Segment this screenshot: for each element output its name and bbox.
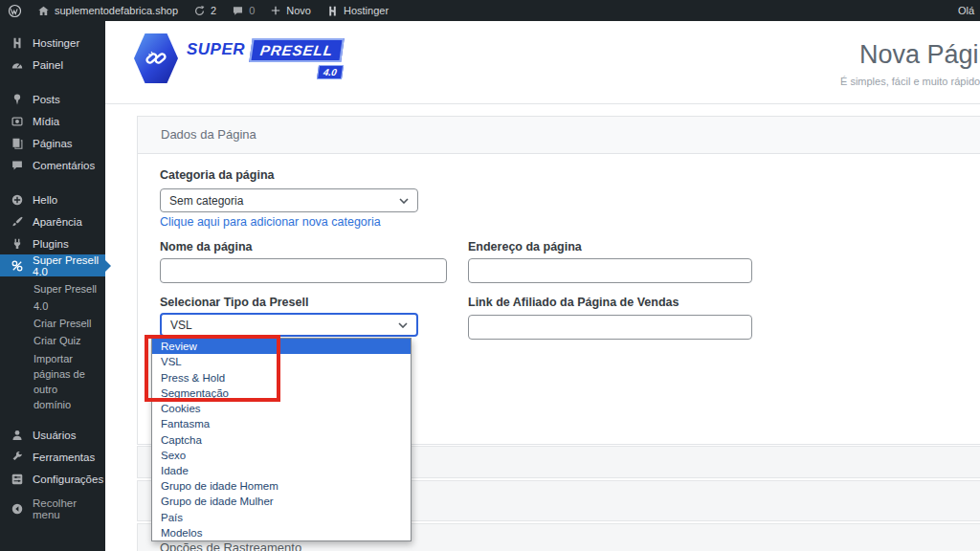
dropdown-option-grupo-homem[interactable]: Grupo de idade Homem [152, 478, 411, 494]
page-subtitle: É simples, fácil e muito rápido de criar [840, 76, 980, 87]
category-label: Categoria da página [160, 168, 274, 182]
sidebar-item-usuarios[interactable]: Usuários [0, 424, 105, 446]
dropdown-option-fantasma[interactable]: Fantasma [152, 416, 411, 431]
affiliate-link-input[interactable] [468, 315, 752, 340]
home-icon [37, 5, 50, 17]
new-label: Novo [286, 5, 311, 16]
super-presell-submenu: Super Presell 4.0 Criar Presell Criar Qu… [0, 276, 105, 416]
dropdown-option-modelos[interactable]: Modelos [152, 525, 411, 540]
page-title: Nova Página [859, 40, 980, 70]
hexagon-chain-icon [134, 33, 178, 83]
hostinger-label: Hostinger [344, 5, 389, 16]
pushpin-icon [11, 93, 24, 106]
super-presell-logo: SUPER PRESELL 4.0 [134, 33, 343, 83]
content-area: SUPER PRESELL 4.0 Nova Página É simples,… [105, 21, 980, 551]
admin-bar: suplementodefabrica.shop 2 0 Novo Hostin… [0, 0, 980, 21]
page-address-label: Endereço da página [468, 240, 582, 253]
site-name-label: suplementodefabrica.shop [55, 5, 178, 16]
comments-button[interactable]: 0 [224, 0, 262, 21]
dropdown-option-pais[interactable]: País [152, 510, 411, 525]
plus-icon [270, 5, 281, 16]
logo-version-badge: 4.0 [317, 65, 344, 79]
presell-type-label: Selecionar Tipo da Presell [160, 296, 308, 309]
updates-button[interactable]: 2 [186, 0, 224, 21]
category-select[interactable]: Sem categoria [160, 188, 418, 212]
update-icon [193, 5, 206, 17]
update-count: 2 [211, 5, 216, 16]
pages-icon [11, 137, 24, 150]
brush-icon [11, 215, 24, 229]
plus-circle-icon [11, 193, 24, 207]
dropdown-option-cookies[interactable]: Cookies [152, 401, 411, 416]
submenu-item-super-presell[interactable]: Super Presell 4.0 [0, 280, 105, 315]
sidebar-item-configuracoes[interactable]: Configurações [0, 468, 105, 490]
comment-count: 0 [249, 5, 255, 16]
sidebar-item-hello[interactable]: Hello [0, 188, 105, 210]
page-address-input[interactable] [468, 258, 752, 283]
sidebar-item-super-presell[interactable]: Super Presell 4.0 [0, 254, 105, 276]
media-icon [11, 115, 24, 128]
wordpress-menu-button[interactable] [0, 0, 30, 21]
presell-type-dropdown: Review VSL Press & Hold Segmentação Cook… [151, 338, 412, 541]
comment-icon [11, 159, 24, 172]
sidebar-item-comentarios[interactable]: Comentários [0, 154, 105, 176]
chain-icon [11, 259, 24, 273]
sidebar-item-midia[interactable]: Mídia [0, 110, 105, 132]
collapse-arrow-icon [11, 502, 24, 516]
sidebar-item-posts[interactable]: Posts [0, 88, 105, 110]
wrench-icon [11, 451, 24, 464]
dropdown-option-review[interactable]: Review [152, 339, 411, 354]
page-name-label: Nome da página [160, 240, 253, 253]
user-icon [11, 429, 24, 442]
submenu-item-criar-presell[interactable]: Criar Presell [0, 315, 105, 332]
sidebar-item-painel[interactable]: Painel [0, 54, 105, 76]
presell-type-select[interactable]: VSL [160, 313, 418, 337]
active-item-arrow [105, 260, 111, 272]
card-header: Dados da Página [138, 117, 980, 154]
dropdown-option-captcha[interactable]: Captcha [152, 431, 411, 447]
sidebar-separator [0, 176, 105, 188]
dropdown-option-grupo-mulher[interactable]: Grupo de idade Mulher [152, 494, 411, 509]
collapse-menu-button[interactable]: Recolher menu [0, 497, 105, 519]
hostinger-icon [326, 5, 339, 17]
dropdown-option-press-hold[interactable]: Press & Hold [152, 369, 411, 385]
new-content-button[interactable]: Novo [262, 0, 319, 21]
page-name-input[interactable] [160, 258, 447, 283]
wordpress-admin-screen: suplementodefabrica.shop 2 0 Novo Hostin… [0, 0, 980, 551]
sidebar-item-plugins[interactable]: Plugins [0, 232, 105, 254]
submenu-item-importar-paginas[interactable]: Importar páginas de outro domínio [0, 349, 105, 414]
comment-icon [232, 5, 244, 17]
chevron-down-icon [398, 322, 408, 328]
sidebar-item-aparencia[interactable]: Aparência [0, 210, 105, 232]
site-name-button[interactable]: suplementodefabrica.shop [30, 0, 186, 21]
sidebar-item-hostinger[interactable]: Hostinger [0, 32, 105, 54]
admin-sidebar: Hostinger Painel Posts Mídia Páginas [0, 21, 105, 551]
chevron-down-icon [399, 198, 409, 204]
dropdown-option-segmentacao[interactable]: Segmentação [152, 386, 411, 401]
dropdown-option-vsl[interactable]: VSL [152, 354, 411, 369]
dropdown-option-idade[interactable]: Idade [152, 463, 411, 478]
wordpress-logo-icon [8, 4, 22, 18]
sidebar-item-paginas[interactable]: Páginas [0, 132, 105, 154]
sidebar-item-ferramentas[interactable]: Ferramentas [0, 446, 105, 468]
sidebar-separator [0, 76, 105, 88]
plug-icon [11, 237, 24, 251]
account-greeting[interactable]: Olá [954, 0, 978, 21]
sidebar-separator [0, 416, 105, 424]
hostinger-menu-button[interactable]: Hostinger [319, 0, 396, 21]
settings-icon [11, 473, 24, 486]
logo-word-presell: PRESELL [249, 38, 345, 62]
dropdown-option-sexo[interactable]: Sexo [152, 448, 411, 463]
plugin-page-header: SUPER PRESELL 4.0 Nova Página É simples,… [105, 21, 980, 104]
add-category-link[interactable]: Clique aqui para adicionar nova categori… [160, 215, 381, 229]
dashboard-icon [11, 58, 24, 72]
hostinger-icon [11, 36, 24, 50]
submenu-item-criar-quiz[interactable]: Criar Quiz [0, 332, 105, 349]
logo-word-super: SUPER [187, 40, 245, 59]
affiliate-link-label: Link de Afiliado da Página de Vendas [468, 296, 679, 309]
